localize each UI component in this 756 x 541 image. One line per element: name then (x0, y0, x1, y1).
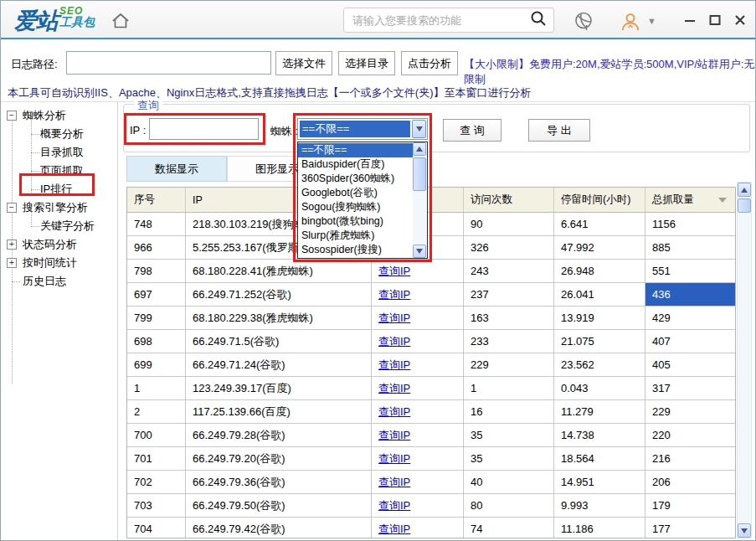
spider-option[interactable]: Sogou(搜狗蜘蛛) (298, 200, 413, 214)
table-row[interactable]: 79968.180.229.38(雅虎蜘蛛)查询IP16313.919429 (127, 307, 735, 330)
table-cell: 179 (645, 494, 735, 517)
scroll-up-icon[interactable] (738, 183, 751, 197)
column-header[interactable]: 访问次数 (464, 188, 554, 212)
analyze-button[interactable]: 点击分析 (401, 51, 458, 75)
sidebar-item-目录抓取[interactable]: 目录抓取 (1, 143, 118, 162)
table-cell: 16 (464, 400, 554, 423)
ip-filter-input[interactable] (149, 118, 259, 140)
table-row[interactable]: 70266.249.79.36(谷歌)查询IP4014.951206 (127, 471, 735, 494)
table-row[interactable]: 79868.180.228.41(雅虎蜘蛛)查询IP24326.948551 (127, 260, 735, 283)
size-limit-note: 【大小限制】免费用户:20M,爱站学员:500M,VIP/站群用户:无限制 (464, 57, 755, 87)
table-row[interactable]: 70066.249.79.28(谷歌)查询IP3514.738220 (127, 424, 735, 447)
log-path-label: 日志路径: (11, 57, 58, 72)
table-row[interactable]: 2117.25.139.66(百度)查询IP1611.279229 (127, 400, 735, 424)
close-button[interactable] (733, 13, 747, 27)
dropdown-scrollbar[interactable] (413, 142, 427, 258)
header-dropdown-icon[interactable] (718, 198, 727, 203)
export-button[interactable]: 导 出 (528, 119, 590, 142)
scroll-up-icon[interactable] (413, 142, 426, 156)
select-dir-button[interactable]: 选择目录 (338, 51, 395, 75)
query-button[interactable]: 查 询 (443, 119, 501, 142)
minimize-button[interactable] (683, 13, 697, 27)
table-cell: 229 (645, 400, 735, 423)
scroll-down-icon[interactable] (413, 245, 426, 258)
table-row[interactable]: 70466.249.79.42(谷歌)查询IP7411.186177 (127, 518, 735, 538)
table-cell: 698 (127, 330, 186, 353)
spider-option[interactable]: ==不限== (298, 143, 413, 157)
query-ip-link[interactable]: 查询IP (378, 475, 410, 490)
spider-option[interactable]: Sosospider(搜搜) (298, 243, 413, 257)
scrollbar-thumb[interactable] (413, 157, 426, 191)
search-input[interactable] (344, 14, 530, 27)
column-header[interactable]: 总抓取量 (645, 188, 735, 212)
tab-data-view[interactable]: 数据显示 (126, 156, 227, 182)
spider-option[interactable]: Baiduspider(百度) (298, 157, 413, 172)
ip-filter-label: IP : (130, 124, 146, 137)
table-cell: 查询IP (372, 260, 464, 282)
select-file-button[interactable]: 选择文件 (275, 51, 332, 75)
query-ip-link[interactable]: 查询IP (378, 287, 410, 302)
table-row[interactable]: 69966.249.71.24(谷歌)查询IP22923.562405 (127, 353, 735, 377)
column-header[interactable]: 序号 (127, 188, 186, 212)
log-path-input[interactable] (66, 51, 271, 75)
tree-branch-line (31, 152, 39, 153)
spider-option[interactable]: 360Spider(360蜘蛛) (298, 172, 413, 186)
spider-option[interactable]: Slurp(雅虎蜘蛛) (298, 229, 413, 243)
table-cell: 查询IP (372, 518, 464, 538)
plus-toggle-icon[interactable]: + (7, 240, 17, 250)
plus-toggle-icon[interactable]: + (7, 258, 17, 268)
sidebar-item-IP排行[interactable]: IP排行 (1, 180, 118, 198)
query-ip-link[interactable]: 查询IP (378, 498, 410, 513)
spider-option[interactable]: bingbot(微软bing) (298, 214, 413, 229)
table-header-row: 序号IP访问次数停留时间(小时)总抓取量 (127, 188, 735, 213)
query-ip-link[interactable]: 查询IP (378, 522, 410, 537)
query-panel-legend: 查询 (134, 98, 162, 113)
sidebar-item-关键字分析[interactable]: 关键字分析 (1, 217, 118, 235)
user-menu-caret-icon[interactable]: ▼ (647, 16, 656, 26)
spider-select[interactable]: ==不限== (297, 118, 428, 140)
sidebar-item-页面抓取[interactable]: 页面抓取 (1, 162, 118, 180)
table-row[interactable]: 9665.255.253.167(俄罗斯蜘蛛)查询IP32647.992885 (127, 236, 735, 260)
table-row[interactable]: 748218.30.103.219(搜狗蜘蛛)查询IP906.6411156 (127, 213, 735, 236)
sidebar-item-搜索引擎分析[interactable]: −搜索引擎分析 (1, 198, 118, 217)
scrollbar-thumb[interactable] (738, 198, 751, 213)
table-row[interactable]: 1123.249.39.17(百度)查询IP10.043317 (127, 377, 735, 400)
query-ip-link[interactable]: 查询IP (378, 451, 410, 466)
table-row[interactable]: 70366.249.79.50(谷歌)查询IP809.993179 (127, 494, 735, 518)
search-icon[interactable] (530, 10, 547, 30)
table-row[interactable]: 69766.249.71.252(谷歌)查询IP23726.041436 (127, 283, 735, 307)
table-cell: 68.180.229.38(雅虎蜘蛛) (186, 307, 372, 329)
query-ip-link[interactable]: 查询IP (378, 311, 410, 326)
home-icon[interactable] (111, 11, 131, 31)
query-ip-link[interactable]: 查询IP (378, 404, 410, 420)
scroll-down-icon[interactable] (738, 523, 751, 538)
query-ip-link[interactable]: 查询IP (378, 358, 410, 373)
table-cell: 40 (464, 471, 554, 493)
sidebar-item-状态码分析[interactable]: +状态码分析 (1, 235, 118, 254)
drag-drop-hint: 本工具可自动识别IIS、Apache、Nginx日志格式,支持直接拖拽日志【一个… (8, 85, 532, 100)
sidebar-item-概要分析[interactable]: 概要分析 (1, 125, 118, 143)
table-cell: 117.25.139.66(百度) (186, 400, 372, 423)
spider-option[interactable]: Googlebot(谷歌) (298, 186, 413, 200)
query-ip-link[interactable]: 查询IP (378, 428, 410, 443)
minus-toggle-icon[interactable]: − (7, 111, 17, 121)
table-scrollbar[interactable] (737, 182, 752, 538)
spider-dropdown-items: ==不限==Baiduspider(百度)360Spider(360蜘蛛)Goo… (298, 143, 413, 257)
table-cell: 13.919 (554, 307, 645, 329)
minus-toggle-icon[interactable]: − (7, 203, 17, 213)
table-cell: 查询IP (372, 424, 464, 446)
sidebar-item-历史日志[interactable]: 历史日志 (1, 272, 118, 291)
query-ip-link[interactable]: 查询IP (378, 381, 410, 396)
sidebar-item-按时间统计[interactable]: +按时间统计 (1, 254, 118, 272)
user-account-icon[interactable] (620, 11, 641, 36)
sidebar-item-蜘蛛分析[interactable]: −蜘蛛分析 (1, 106, 118, 125)
table-row[interactable]: 69866.249.71.5(谷歌)查询IP23321.075407 (127, 330, 735, 353)
network-globe-icon[interactable] (573, 11, 594, 35)
query-ip-link[interactable]: 查询IP (378, 264, 410, 279)
query-ip-link[interactable]: 查询IP (378, 334, 410, 349)
column-header[interactable]: 停留时间(小时) (554, 188, 645, 212)
chevron-down-icon[interactable] (412, 120, 426, 138)
maximize-button[interactable] (708, 13, 722, 27)
table-cell: 35 (464, 447, 554, 470)
table-row[interactable]: 70166.249.79.20(谷歌)查询IP3518.564216 (127, 447, 735, 471)
